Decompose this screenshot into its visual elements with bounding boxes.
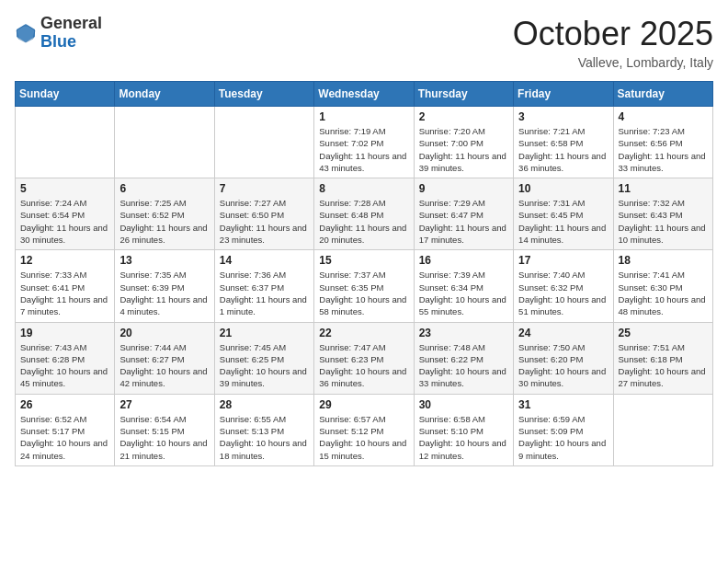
day-number: 31	[518, 398, 608, 411]
calendar-cell: 18Sunrise: 7:41 AM Sunset: 6:30 PM Dayli…	[613, 250, 712, 322]
day-info: Sunrise: 7:39 AM Sunset: 6:34 PM Dayligh…	[419, 269, 508, 317]
day-number: 11	[619, 182, 708, 195]
calendar-cell: 14Sunrise: 7:36 AM Sunset: 6:37 PM Dayli…	[214, 250, 313, 322]
day-number: 4	[619, 110, 708, 123]
calendar-cell: 21Sunrise: 7:45 AM Sunset: 6:25 PM Dayli…	[214, 322, 313, 394]
calendar-cell: 30Sunrise: 6:58 AM Sunset: 5:10 PM Dayli…	[414, 394, 513, 465]
logo-icon	[15, 22, 37, 44]
calendar-cell	[613, 394, 712, 465]
day-info: Sunrise: 6:57 AM Sunset: 5:12 PM Dayligh…	[319, 413, 408, 462]
calendar-cell: 5Sunrise: 7:24 AM Sunset: 6:54 PM Daylig…	[16, 178, 115, 250]
day-info: Sunrise: 7:45 AM Sunset: 6:25 PM Dayligh…	[220, 341, 309, 390]
location-subtitle: Valleve, Lombardy, Italy	[513, 55, 713, 70]
weekday-header-monday: Monday	[115, 82, 214, 107]
day-number: 1	[319, 110, 408, 123]
calendar-cell	[214, 107, 313, 178]
calendar-cell: 23Sunrise: 7:48 AM Sunset: 6:22 PM Dayli…	[414, 322, 513, 394]
day-number: 7	[220, 182, 309, 195]
calendar-cell: 15Sunrise: 7:37 AM Sunset: 6:35 PM Dayli…	[314, 250, 414, 322]
calendar-week-2: 5Sunrise: 7:24 AM Sunset: 6:54 PM Daylig…	[16, 178, 713, 250]
day-info: Sunrise: 7:23 AM Sunset: 6:56 PM Dayligh…	[619, 125, 708, 174]
day-info: Sunrise: 7:50 AM Sunset: 6:20 PM Dayligh…	[518, 341, 608, 390]
weekday-header-tuesday: Tuesday	[214, 82, 313, 107]
day-info: Sunrise: 7:40 AM Sunset: 6:32 PM Dayligh…	[518, 269, 608, 317]
calendar-body: 1Sunrise: 7:19 AM Sunset: 7:02 PM Daylig…	[16, 107, 713, 466]
calendar-cell: 3Sunrise: 7:21 AM Sunset: 6:58 PM Daylig…	[514, 107, 613, 178]
day-info: Sunrise: 7:24 AM Sunset: 6:54 PM Dayligh…	[20, 197, 109, 246]
day-info: Sunrise: 6:55 AM Sunset: 5:13 PM Dayligh…	[220, 413, 309, 462]
day-info: Sunrise: 6:54 AM Sunset: 5:15 PM Dayligh…	[119, 413, 209, 462]
calendar-cell: 13Sunrise: 7:35 AM Sunset: 6:39 PM Dayli…	[115, 250, 214, 322]
day-info: Sunrise: 7:36 AM Sunset: 6:37 PM Dayligh…	[220, 269, 309, 317]
calendar-cell: 31Sunrise: 6:59 AM Sunset: 5:09 PM Dayli…	[514, 394, 613, 465]
calendar-cell	[115, 107, 214, 178]
weekday-header-wednesday: Wednesday	[314, 82, 414, 107]
logo-text: General Blue	[40, 15, 102, 52]
day-info: Sunrise: 6:59 AM Sunset: 5:09 PM Dayligh…	[518, 413, 608, 462]
day-number: 30	[419, 398, 508, 411]
calendar-cell: 10Sunrise: 7:31 AM Sunset: 6:45 PM Dayli…	[514, 178, 613, 250]
calendar-cell: 29Sunrise: 6:57 AM Sunset: 5:12 PM Dayli…	[314, 394, 414, 465]
day-info: Sunrise: 7:31 AM Sunset: 6:45 PM Dayligh…	[518, 197, 608, 246]
weekday-header-sunday: Sunday	[16, 82, 115, 107]
calendar-cell: 4Sunrise: 7:23 AM Sunset: 6:56 PM Daylig…	[613, 107, 712, 178]
day-number: 8	[319, 182, 408, 195]
day-number: 28	[220, 398, 309, 411]
calendar-cell: 27Sunrise: 6:54 AM Sunset: 5:15 PM Dayli…	[115, 394, 214, 465]
day-number: 20	[119, 327, 209, 339]
calendar-cell: 2Sunrise: 7:20 AM Sunset: 7:00 PM Daylig…	[414, 107, 513, 178]
day-number: 2	[419, 110, 508, 123]
day-number: 12	[20, 254, 109, 267]
calendar-cell: 7Sunrise: 7:27 AM Sunset: 6:50 PM Daylig…	[214, 178, 313, 250]
day-number: 18	[619, 254, 708, 267]
day-number: 9	[419, 182, 508, 195]
calendar-cell: 12Sunrise: 7:33 AM Sunset: 6:41 PM Dayli…	[16, 250, 115, 322]
day-number: 14	[220, 254, 309, 267]
day-info: Sunrise: 7:29 AM Sunset: 6:47 PM Dayligh…	[419, 197, 508, 246]
day-info: Sunrise: 6:52 AM Sunset: 5:17 PM Dayligh…	[20, 413, 109, 462]
day-number: 17	[518, 254, 608, 267]
day-info: Sunrise: 7:28 AM Sunset: 6:48 PM Dayligh…	[319, 197, 408, 246]
calendar-cell: 26Sunrise: 6:52 AM Sunset: 5:17 PM Dayli…	[16, 394, 115, 465]
day-info: Sunrise: 7:21 AM Sunset: 6:58 PM Dayligh…	[518, 125, 608, 174]
svg-marker-0	[17, 24, 35, 42]
weekday-header-friday: Friday	[514, 82, 613, 107]
day-info: Sunrise: 7:51 AM Sunset: 6:18 PM Dayligh…	[619, 341, 708, 390]
calendar-cell: 11Sunrise: 7:32 AM Sunset: 6:43 PM Dayli…	[613, 178, 712, 250]
day-number: 24	[518, 327, 608, 339]
day-info: Sunrise: 7:33 AM Sunset: 6:41 PM Dayligh…	[20, 269, 109, 317]
day-number: 10	[518, 182, 608, 195]
day-number: 21	[220, 327, 309, 339]
title-block: October 2025 Valleve, Lombardy, Italy	[513, 15, 713, 70]
calendar-week-4: 19Sunrise: 7:43 AM Sunset: 6:28 PM Dayli…	[16, 322, 713, 394]
day-info: Sunrise: 6:58 AM Sunset: 5:10 PM Dayligh…	[419, 413, 508, 462]
calendar-cell	[16, 107, 115, 178]
calendar-table: SundayMondayTuesdayWednesdayThursdayFrid…	[15, 81, 713, 466]
day-info: Sunrise: 7:41 AM Sunset: 6:30 PM Dayligh…	[619, 269, 708, 317]
calendar-cell: 16Sunrise: 7:39 AM Sunset: 6:34 PM Dayli…	[414, 250, 513, 322]
day-number: 26	[20, 398, 109, 411]
calendar-cell: 20Sunrise: 7:44 AM Sunset: 6:27 PM Dayli…	[115, 322, 214, 394]
day-info: Sunrise: 7:20 AM Sunset: 7:00 PM Dayligh…	[419, 125, 508, 174]
calendar-cell: 8Sunrise: 7:28 AM Sunset: 6:48 PM Daylig…	[314, 178, 414, 250]
day-info: Sunrise: 7:48 AM Sunset: 6:22 PM Dayligh…	[419, 341, 508, 390]
calendar-week-1: 1Sunrise: 7:19 AM Sunset: 7:02 PM Daylig…	[16, 107, 713, 178]
calendar-cell: 28Sunrise: 6:55 AM Sunset: 5:13 PM Dayli…	[214, 394, 313, 465]
calendar-header-row: SundayMondayTuesdayWednesdayThursdayFrid…	[16, 82, 713, 107]
calendar-cell: 19Sunrise: 7:43 AM Sunset: 6:28 PM Dayli…	[16, 322, 115, 394]
day-info: Sunrise: 7:27 AM Sunset: 6:50 PM Dayligh…	[220, 197, 309, 246]
logo: General Blue	[15, 15, 102, 52]
calendar-cell: 9Sunrise: 7:29 AM Sunset: 6:47 PM Daylig…	[414, 178, 513, 250]
calendar-cell: 25Sunrise: 7:51 AM Sunset: 6:18 PM Dayli…	[613, 322, 712, 394]
month-title: October 2025	[513, 15, 713, 53]
calendar-cell: 22Sunrise: 7:47 AM Sunset: 6:23 PM Dayli…	[314, 322, 414, 394]
day-number: 29	[319, 398, 408, 411]
day-number: 23	[419, 327, 508, 339]
day-info: Sunrise: 7:32 AM Sunset: 6:43 PM Dayligh…	[619, 197, 708, 246]
weekday-header-thursday: Thursday	[414, 82, 513, 107]
day-info: Sunrise: 7:37 AM Sunset: 6:35 PM Dayligh…	[319, 269, 408, 317]
day-number: 6	[119, 182, 209, 195]
day-number: 13	[119, 254, 209, 267]
day-info: Sunrise: 7:44 AM Sunset: 6:27 PM Dayligh…	[119, 341, 209, 390]
day-info: Sunrise: 7:25 AM Sunset: 6:52 PM Dayligh…	[119, 197, 209, 246]
